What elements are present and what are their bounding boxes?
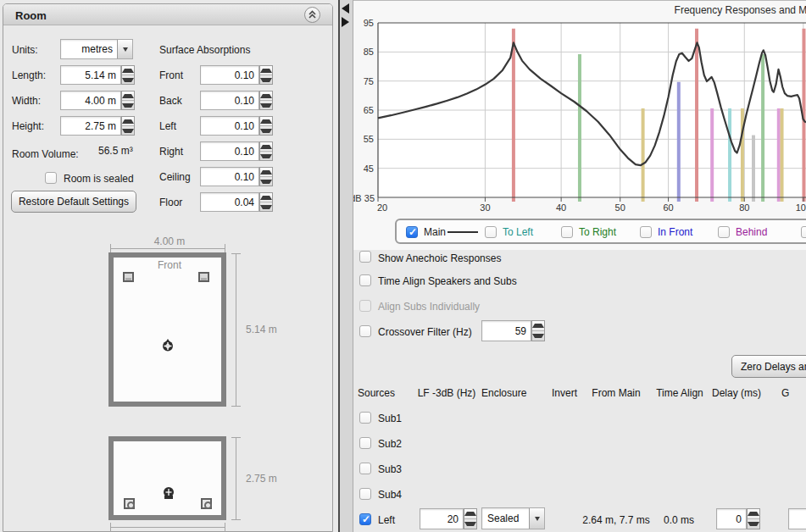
frequency-response-chart: 958575655545dB 35203040506080100 (353, 1, 806, 219)
left-delay-field[interactable]: 0 (716, 508, 747, 529)
show-anechoic-label: Show Anechoic Responses (378, 252, 501, 264)
svg-text:45: 45 (364, 163, 374, 174)
room-settings-panel: Room Units: metres Length: 5.14 m Width:… (0, 0, 338, 532)
sub3-label: Sub3 (378, 463, 402, 475)
legend-in-front-checkbox[interactable] (640, 226, 652, 238)
crossover-filter-stepper[interactable] (531, 320, 545, 341)
left-gain-field[interactable] (788, 508, 806, 529)
alignment-controls-panel: Show Anechoic Responses Time Align Speak… (353, 250, 806, 532)
sub3-checkbox[interactable] (359, 463, 371, 474)
legend-item-behind: Behind (718, 226, 767, 238)
legend-item-clipped (801, 226, 806, 238)
width-field[interactable]: 4.00 m (60, 91, 121, 110)
legend-to-right-checkbox[interactable] (561, 226, 573, 238)
col-header-time-align: Time Align (656, 387, 703, 399)
svg-text:30: 30 (480, 202, 490, 213)
left-enclosure-value: Sealed (487, 513, 519, 524)
absorption-right-label: Right (159, 146, 183, 158)
legend-main-checkbox[interactable] (406, 226, 418, 238)
chevron-down-icon (535, 517, 540, 521)
left-enclosure-select[interactable]: Sealed (481, 507, 545, 529)
zero-delays-button[interactable]: Zero Delays an (731, 355, 806, 378)
left-time-align-value: 0.0 ms (664, 514, 694, 526)
left-source-checkbox[interactable] (359, 513, 371, 525)
room-sim-window: Room Units: metres Length: 5.14 m Width:… (0, 0, 806, 532)
left-speaker-side-icon[interactable] (124, 498, 135, 509)
left-delay-stepper[interactable] (747, 508, 760, 529)
svg-text:40: 40 (556, 202, 566, 213)
length-stepper[interactable] (121, 65, 135, 85)
right-speaker-side-icon[interactable] (201, 498, 212, 509)
legend-item-to-right: To Right (561, 226, 616, 238)
enclosure-dropdown-button[interactable] (529, 508, 544, 529)
legend-clipped-checkbox[interactable] (801, 226, 806, 238)
absorption-front-field[interactable]: 0.10 (200, 65, 259, 85)
absorption-floor-field[interactable]: 0.04 (200, 192, 259, 212)
col-header-enclosure: Enclosure (481, 387, 526, 399)
height-field[interactable]: 2.75 m (60, 116, 121, 136)
side-view-height-dim: 2.75 m (246, 473, 277, 485)
sub2-checkbox[interactable] (359, 437, 371, 449)
left-lf-field[interactable]: 20 (420, 508, 464, 529)
left-speaker-top-icon[interactable] (123, 272, 134, 282)
legend-behind-checkbox[interactable] (718, 226, 730, 238)
col-header-sources: Sources (358, 387, 395, 399)
absorption-left-stepper[interactable] (259, 116, 273, 136)
legend-to-right-label: To Right (579, 226, 616, 238)
collapse-panel-button[interactable] (304, 7, 320, 23)
listener-top-icon[interactable] (162, 339, 174, 352)
sub4-checkbox[interactable] (359, 488, 371, 500)
units-dropdown-button[interactable] (117, 40, 132, 58)
sub1-label: Sub1 (378, 413, 402, 424)
sub1-checkbox[interactable] (359, 412, 371, 424)
svg-text:50: 50 (615, 202, 625, 213)
crossover-filter-checkbox[interactable] (359, 325, 371, 337)
panel-splitter[interactable] (338, 0, 353, 532)
room-group-box: Room Units: metres Length: 5.14 m Width:… (3, 3, 333, 532)
absorption-back-stepper[interactable] (259, 91, 273, 110)
show-anechoic-checkbox[interactable] (359, 251, 371, 263)
legend-to-left-checkbox[interactable] (485, 226, 497, 238)
absorption-ceiling-field[interactable]: 0.10 (200, 167, 259, 186)
surface-absorptions-title: Surface Absorptions (159, 44, 250, 56)
width-label: Width: (12, 95, 41, 107)
absorption-floor-label: Floor (159, 197, 182, 208)
width-stepper[interactable] (121, 91, 135, 110)
collapse-left-arrow-icon[interactable] (342, 3, 349, 14)
svg-text:60: 60 (663, 202, 673, 213)
chart-legend: Main To Left To Right In Front Behind (395, 219, 806, 244)
units-value: metres (81, 43, 113, 55)
legend-item-to-left: To Left (485, 226, 533, 238)
restore-defaults-button[interactable]: Restore Default Settings (11, 191, 136, 213)
crossover-filter-label: Crossover Filter (Hz) (378, 326, 472, 338)
time-align-checkbox[interactable] (359, 274, 371, 286)
top-view-length-dim: 5.14 m (246, 324, 277, 335)
right-speaker-top-icon[interactable] (198, 272, 209, 282)
col-header-from-main: From Main (592, 387, 640, 399)
legend-item-in-front: In Front (640, 226, 692, 238)
absorption-left-field[interactable]: 0.10 (200, 116, 259, 136)
left-lf-stepper[interactable] (464, 508, 477, 529)
absorption-floor-stepper[interactable] (259, 192, 273, 212)
absorption-back-field[interactable]: 0.10 (200, 91, 259, 110)
listener-side-icon[interactable] (163, 486, 175, 499)
svg-text:95: 95 (364, 18, 374, 28)
length-field[interactable]: 5.14 m (60, 65, 121, 85)
crossover-filter-field[interactable]: 59 (481, 320, 531, 341)
height-stepper[interactable] (121, 116, 135, 136)
length-label: Length: (12, 69, 46, 81)
left-source-label: Left (378, 514, 395, 526)
sub4-label: Sub4 (378, 489, 402, 501)
absorption-right-field[interactable]: 0.10 (200, 141, 259, 161)
svg-text:100: 100 (796, 202, 806, 213)
top-view-width-dim: 4.00 m (122, 236, 217, 247)
expand-right-arrow-icon[interactable] (342, 17, 349, 27)
legend-behind-label: Behind (736, 226, 767, 238)
absorption-front-stepper[interactable] (259, 65, 273, 85)
room-is-sealed-checkbox[interactable] (45, 172, 57, 184)
absorption-ceiling-stepper[interactable] (259, 167, 273, 186)
absorption-right-stepper[interactable] (259, 141, 273, 161)
units-select[interactable]: metres (60, 39, 133, 59)
main-curve-sample (447, 231, 478, 233)
room-panel-title: Room (15, 9, 47, 22)
